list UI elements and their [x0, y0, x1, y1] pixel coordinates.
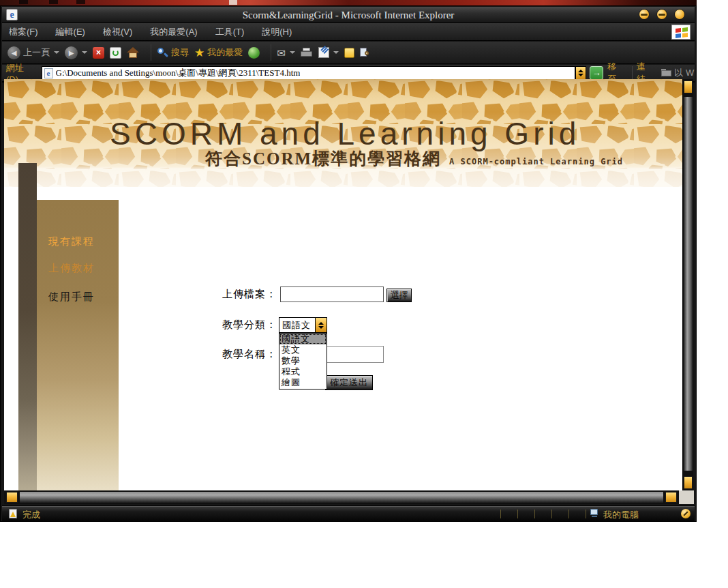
mail-icon: ✉	[277, 47, 286, 59]
category-selected-value: 國語文	[279, 319, 315, 332]
maximize-button[interactable]	[656, 9, 667, 20]
horizontal-scrollbar[interactable]	[4, 490, 679, 504]
back-button-label: 上一頁	[23, 46, 50, 59]
banner: SCORM and Learning Grid 符合SCORM標準的學習格網 A…	[4, 79, 682, 187]
address-url-text: G:\Documents and Settings\moon\桌面\專題\網頁\…	[56, 67, 301, 79]
back-button[interactable]: ◀ 上一頁	[7, 46, 59, 59]
horizontal-scroll-thumb[interactable]	[20, 492, 663, 503]
stop-icon: ×	[93, 47, 104, 59]
status-bar: 完成 我的電腦	[2, 505, 695, 521]
upload-file-input[interactable]	[280, 286, 384, 302]
mail-dropdown-icon[interactable]	[290, 51, 295, 54]
resize-grip[interactable]	[681, 509, 691, 518]
address-dropdown-spinner[interactable]	[575, 66, 587, 80]
print-button[interactable]	[301, 48, 313, 58]
category-spinner-icon[interactable]	[315, 318, 327, 332]
banner-title: SCORM and Learning Grid	[110, 115, 580, 152]
vertical-scroll-thumb[interactable]	[684, 97, 693, 471]
favorites-button[interactable]: ★ 我的最愛	[194, 46, 243, 59]
my-computer-icon	[590, 509, 599, 518]
category-select[interactable]: 國語文	[279, 317, 327, 333]
search-button-label: 搜尋	[171, 46, 189, 59]
windows-flag-icon	[676, 27, 688, 38]
search-button[interactable]: 搜尋	[157, 46, 189, 59]
menu-edit[interactable]: 編輯(E)	[56, 26, 85, 38]
printer-icon	[301, 48, 313, 58]
menu-tools[interactable]: 工具(T)	[215, 26, 245, 38]
windows-logo-throbber	[671, 25, 691, 40]
address-separator	[632, 66, 633, 80]
toolbar-separator	[271, 44, 271, 61]
scrollbar-corner	[679, 490, 694, 504]
security-zone-label: 我的電腦	[603, 509, 639, 521]
back-dropdown-icon[interactable]	[54, 51, 59, 54]
vertical-scrollbar[interactable]	[682, 79, 693, 490]
sidebar-item-existing-courses[interactable]: 現有課程	[48, 235, 95, 248]
home-icon	[127, 47, 140, 59]
menu-help[interactable]: 說明(H)	[262, 26, 292, 38]
menu-favorites[interactable]: 我的最愛(A)	[150, 26, 197, 38]
desktop-icon	[76, 0, 85, 4]
menu-file[interactable]: 檔案(F)	[9, 26, 38, 38]
forward-dropdown-icon[interactable]	[82, 51, 87, 54]
browse-button[interactable]: 選擇	[386, 289, 412, 302]
discuss-button[interactable]	[360, 47, 371, 58]
title-bar[interactable]: e Scorm&LearningGrid - Microsoft Interne…	[2, 7, 695, 23]
page-status-icon	[9, 509, 17, 518]
scroll-down-button[interactable]	[684, 476, 693, 489]
status-pane-separators	[500, 510, 586, 518]
forward-button[interactable]: ▶	[65, 46, 87, 59]
stop-button[interactable]: ×	[93, 47, 104, 59]
window-title: Scorm&LearningGrid - Microsoft Internet …	[2, 10, 695, 21]
media-globe-icon	[248, 47, 260, 59]
desktop-icon	[229, 0, 237, 5]
screen: e Scorm&LearningGrid - Microsoft Interne…	[0, 0, 728, 588]
sidebar-item-upload-materials[interactable]: 上傳教材	[48, 262, 95, 275]
course-name-label: 教學名稱：	[222, 348, 277, 361]
browser-window: e Scorm&LearningGrid - Microsoft Interne…	[0, 5, 697, 522]
edit-dropdown-icon[interactable]	[333, 51, 339, 54]
search-icon	[157, 47, 168, 59]
close-button[interactable]	[674, 9, 685, 20]
category-option-english[interactable]: 英文	[279, 344, 327, 355]
desktop-icon	[49, 0, 58, 4]
submit-button[interactable]: 確定送出	[325, 375, 373, 390]
sidebar-rail	[18, 163, 37, 490]
category-option-programming[interactable]: 程式	[279, 366, 327, 377]
edit-icon	[318, 47, 329, 58]
discuss-icon	[360, 47, 371, 58]
scroll-up-button[interactable]	[684, 80, 693, 93]
scroll-left-button[interactable]	[6, 492, 18, 503]
edit-button[interactable]	[318, 47, 339, 58]
forward-arrow-icon: ▶	[65, 46, 78, 59]
refresh-button[interactable]	[110, 47, 121, 59]
refresh-icon	[110, 47, 121, 59]
category-dropdown-list: 國語文 英文 數學 程式 繪圖	[279, 333, 327, 389]
menu-view[interactable]: 檢視(V)	[103, 26, 132, 38]
go-button[interactable]: →	[590, 66, 603, 80]
sidebar-item-user-manual[interactable]: 使用手冊	[48, 291, 95, 304]
home-button[interactable]	[127, 47, 140, 59]
category-option-drawing[interactable]: 繪圖	[279, 377, 327, 388]
banner-subtitle-zh: 符合SCORM標準的學習格網	[205, 147, 441, 170]
standard-toolbar: ◀ 上一頁 ▶ × 搜尋 ★ 我的最愛 ✉	[2, 42, 695, 64]
open-with-label[interactable]: 以 W	[674, 67, 695, 79]
status-text: 完成	[22, 509, 40, 521]
star-icon: ★	[194, 47, 204, 59]
toolbar-separator	[151, 44, 151, 61]
category-option-math[interactable]: 數學	[279, 355, 327, 366]
page-icon: e	[44, 68, 53, 78]
menu-bar: 檔案(F) 編輯(E) 檢視(V) 我的最愛(A) 工具(T) 說明(H)	[2, 23, 695, 41]
media-button[interactable]	[248, 47, 260, 59]
minimize-button[interactable]	[639, 9, 650, 20]
desktop-icon	[19, 0, 28, 4]
category-option-mandarin[interactable]: 國語文	[279, 334, 327, 344]
upload-file-label: 上傳檔案：	[222, 288, 277, 301]
mail-button[interactable]: ✉	[277, 47, 295, 59]
scroll-right-button[interactable]	[665, 492, 677, 503]
messenger-button[interactable]	[344, 48, 354, 58]
address-input[interactable]: e G:\Documents and Settings\moon\桌面\專題\網…	[42, 66, 575, 80]
messenger-icon	[344, 48, 354, 58]
back-arrow-icon: ◀	[7, 46, 20, 59]
folder-icon	[661, 69, 672, 77]
